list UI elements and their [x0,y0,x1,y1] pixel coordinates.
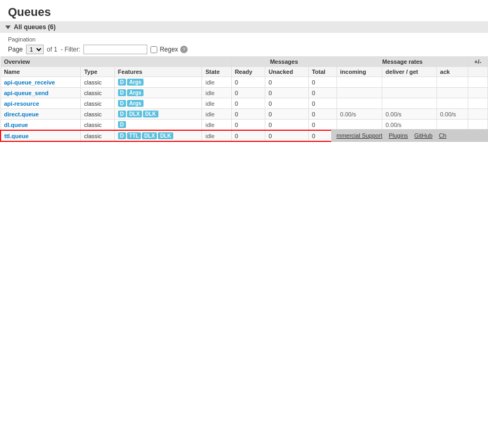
queue-name-link[interactable]: api-queue_send [4,90,49,96]
queue-type-cell: classic [81,130,115,141]
feature-badge: DLX [127,111,142,117]
queue-state-cell: idle [202,130,231,141]
queues-section: Queues All queues (6) Pagination Page 1 … [0,0,488,142]
feature-badge: D [118,111,126,117]
queue-incoming-cell [336,98,382,109]
queue-extra-cell [468,98,487,109]
queue-name-link[interactable]: direct.queue [4,111,39,117]
queue-unacked-cell: 0 [265,88,308,98]
collapse-icon [5,26,11,29]
queue-state-cell: idle [202,109,231,120]
queue-features-cell: DArgs [114,77,202,88]
queues-section-header[interactable]: All queues (6) [0,21,488,33]
filter-label: - Filter: [61,46,80,53]
queue-name-link[interactable]: api-resource [4,100,39,107]
queue-state-cell: idle [202,88,231,98]
queue-ack-cell [436,120,468,131]
queue-name-link[interactable]: ttl.queue [4,133,29,139]
queue-name-link[interactable]: dl.queue [4,122,28,128]
message-rates-group: Message rates [336,57,468,67]
feature-badge: D [118,79,126,86]
queue-ready-cell: 0 [231,77,265,88]
feature-badge: DLK [143,111,158,117]
filter-input[interactable] [83,45,147,54]
queue-name-link[interactable]: api-queue_receive [4,79,55,86]
pagination-label: Pagination [8,36,480,43]
queue-unacked-cell: 0 [265,98,308,109]
queue-name-cell: dl.queue [1,120,81,131]
queue-type-cell: classic [81,109,115,120]
queue-deliver-cell: 0.00/s [382,109,437,120]
queue-deliver-cell [382,77,437,88]
queue-unacked-cell: 0 [265,120,308,131]
queue-incoming-cell [336,88,382,98]
queue-features-cell: DDLXDLK [114,109,202,120]
github-link[interactable]: GitHub [414,132,432,139]
group-header-row: Overview Messages Message rates +/- [1,57,487,67]
queue-name-cell: api-queue_send [1,88,81,98]
queue-type-cell: classic [81,98,115,109]
col-type: Type [81,67,115,77]
queue-deliver-cell [382,98,437,109]
queue-deliver-cell [382,88,437,98]
col-ack: ack [436,67,468,77]
queue-row[interactable]: api-resourceclassicDArgsidle000 [1,98,487,109]
queue-unacked-cell: 0 [265,109,308,120]
queue-state-cell: idle [202,120,231,131]
queue-features-cell: DTTLDLXDLK [114,130,202,141]
queue-total-cell: 0 [308,98,336,109]
col-unacked: Unacked [265,67,308,77]
col-name: Name [1,67,81,77]
feature-badge: TTL [127,132,141,139]
queue-row[interactable]: dl.queueclassicDidle0000.00/s [1,120,487,131]
feature-badge: D [118,121,126,128]
queue-state-cell: idle [202,77,231,88]
messages-group: Messages [231,57,336,67]
regex-help-icon[interactable]: ? [180,46,188,53]
queue-ack-cell [436,88,468,98]
feature-badge: Args [127,79,144,86]
queue-features-cell: DArgs [114,88,202,98]
queue-features-cell: DArgs [114,98,202,109]
queue-total-cell: 0 [308,88,336,98]
queue-incoming-cell [336,120,382,131]
commercial-support-link[interactable]: mmercial Support [336,132,382,139]
queue-total-cell: 0 [308,120,336,131]
feature-badge: D [118,100,126,107]
page-title: Queues [0,0,488,21]
queue-deliver-cell: 0.00/s [382,120,437,131]
ch-link[interactable]: Ch [439,132,447,139]
queue-row[interactable]: api-queue_sendclassicDArgsidle000 [1,88,487,98]
plus-minus-group[interactable]: +/- [468,57,487,67]
queue-extra-cell [468,120,487,131]
queue-name-cell: api-queue_receive [1,77,81,88]
queue-unacked-cell: 0 [265,77,308,88]
col-total: Total [308,67,336,77]
queue-extra-cell [468,88,487,98]
feature-badge: Args [127,89,144,96]
queues-pagination: Pagination Page 1 of 1 - Filter: Regex ? [0,33,488,56]
feature-badge: D [118,89,126,96]
col-features: Features [114,67,202,77]
feature-badge: Args [127,100,144,107]
regex-checkbox[interactable] [150,46,157,53]
of-label: of 1 [47,46,57,53]
queue-incoming-cell [336,77,382,88]
queue-name-cell: ttl.queue [1,130,81,141]
queues-all-label: All queues (6) [14,23,56,31]
overview-group: Overview [1,57,231,67]
queue-ready-cell: 0 [231,98,265,109]
plugins-link[interactable]: Plugins [389,132,408,139]
queue-extra-cell [468,109,487,120]
queue-row[interactable]: direct.queueclassicDDLXDLKidle0000.00/s0… [1,109,487,120]
queue-row[interactable]: api-queue_receiveclassicDArgsidle000 [1,77,487,88]
pagination-row: Page 1 of 1 - Filter: Regex ? [8,45,480,54]
queue-ready-cell: 0 [231,130,265,141]
col-deliver-get: deliver / get [382,67,437,77]
queue-ready-cell: 0 [231,88,265,98]
queue-features-cell: D [114,120,202,131]
page-label: Page [8,46,23,53]
feature-badge: DLX [142,132,157,139]
queue-type-cell: classic [81,120,115,131]
page-select[interactable]: 1 [26,45,44,54]
